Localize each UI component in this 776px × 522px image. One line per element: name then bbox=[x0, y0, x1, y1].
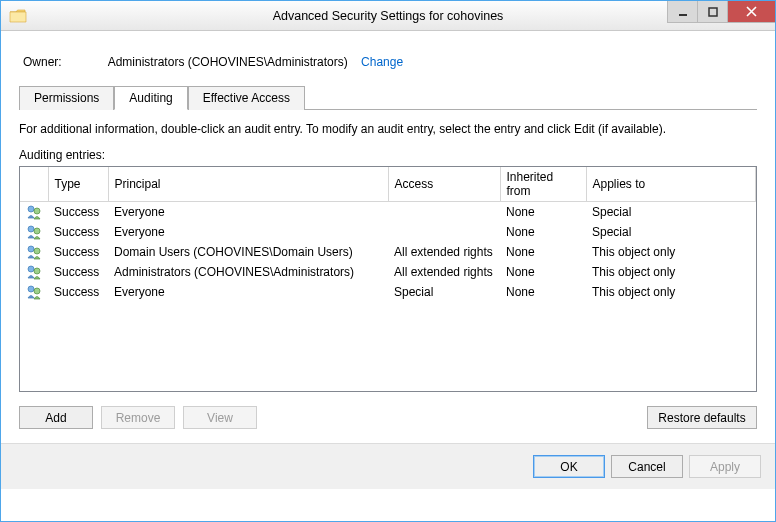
cell-access: Special bbox=[388, 282, 500, 302]
svg-rect-1 bbox=[709, 8, 717, 16]
titlebar: Advanced Security Settings for cohovines bbox=[1, 1, 775, 31]
cell-inherited: None bbox=[500, 262, 586, 282]
window-buttons bbox=[667, 1, 775, 23]
entries-label: Auditing entries: bbox=[19, 148, 757, 162]
table-row[interactable]: SuccessEveryoneSpecialNoneThis object on… bbox=[20, 282, 756, 302]
cell-applies: Special bbox=[586, 222, 756, 242]
cell-inherited: None bbox=[500, 202, 586, 223]
cell-access: All extended rights bbox=[388, 242, 500, 262]
cell-principal: Everyone bbox=[108, 222, 388, 242]
svg-point-3 bbox=[34, 208, 40, 214]
users-icon bbox=[26, 204, 42, 220]
svg-point-11 bbox=[34, 288, 40, 294]
svg-point-7 bbox=[34, 248, 40, 254]
cell-access bbox=[388, 222, 500, 242]
info-text: For additional information, double-click… bbox=[19, 122, 757, 136]
cell-principal: Administrators (COHOVINES\Administrators… bbox=[108, 262, 388, 282]
remove-button: Remove bbox=[101, 406, 175, 429]
cell-type: Success bbox=[48, 222, 108, 242]
users-icon bbox=[26, 244, 42, 260]
svg-point-2 bbox=[28, 206, 34, 212]
table-row[interactable]: SuccessAdministrators (COHOVINES\Adminis… bbox=[20, 262, 756, 282]
users-icon bbox=[26, 264, 42, 280]
cell-principal: Domain Users (COHOVINES\Domain Users) bbox=[108, 242, 388, 262]
auditing-entries-grid[interactable]: Type Principal Access Inherited from App… bbox=[19, 166, 757, 392]
folder-icon bbox=[9, 9, 27, 23]
dialog-footer: OK Cancel Apply bbox=[1, 443, 775, 489]
svg-point-5 bbox=[34, 228, 40, 234]
svg-point-6 bbox=[28, 246, 34, 252]
cell-principal: Everyone bbox=[108, 202, 388, 223]
cell-inherited: None bbox=[500, 242, 586, 262]
cell-principal: Everyone bbox=[108, 282, 388, 302]
minimize-button[interactable] bbox=[667, 1, 697, 23]
col-type-header[interactable]: Type bbox=[48, 167, 108, 202]
view-button: View bbox=[183, 406, 257, 429]
tab-auditing[interactable]: Auditing bbox=[114, 86, 187, 110]
cell-applies: This object only bbox=[586, 242, 756, 262]
col-applies-header[interactable]: Applies to bbox=[586, 167, 756, 202]
cell-type: Success bbox=[48, 242, 108, 262]
cell-type: Success bbox=[48, 282, 108, 302]
restore-defaults-button[interactable]: Restore defaults bbox=[647, 406, 757, 429]
owner-change-link[interactable]: Change bbox=[361, 55, 403, 69]
maximize-button[interactable] bbox=[697, 1, 727, 23]
cell-inherited: None bbox=[500, 222, 586, 242]
col-inherited-header[interactable]: Inherited from bbox=[500, 167, 586, 202]
cell-applies: Special bbox=[586, 202, 756, 223]
users-icon bbox=[26, 284, 42, 300]
col-icon-header[interactable] bbox=[20, 167, 48, 202]
owner-value: Administrators (COHOVINES\Administrators… bbox=[108, 55, 348, 69]
cell-applies: This object only bbox=[586, 262, 756, 282]
table-row[interactable]: SuccessEveryoneNoneSpecial bbox=[20, 202, 756, 223]
col-access-header[interactable]: Access bbox=[388, 167, 500, 202]
apply-button: Apply bbox=[689, 455, 761, 478]
cell-applies: This object only bbox=[586, 282, 756, 302]
svg-point-9 bbox=[34, 268, 40, 274]
cell-access: All extended rights bbox=[388, 262, 500, 282]
header-row: Type Principal Access Inherited from App… bbox=[20, 167, 756, 202]
svg-point-4 bbox=[28, 226, 34, 232]
svg-rect-0 bbox=[679, 14, 687, 16]
cell-access bbox=[388, 202, 500, 223]
close-button[interactable] bbox=[727, 1, 775, 23]
svg-point-10 bbox=[28, 286, 34, 292]
table-row[interactable]: SuccessDomain Users (COHOVINES\Domain Us… bbox=[20, 242, 756, 262]
svg-point-8 bbox=[28, 266, 34, 272]
tab-effective-access[interactable]: Effective Access bbox=[188, 86, 305, 110]
owner-label: Owner: bbox=[23, 55, 62, 69]
tab-strip: Permissions Auditing Effective Access bbox=[19, 85, 757, 110]
cell-type: Success bbox=[48, 262, 108, 282]
table-row[interactable]: SuccessEveryoneNoneSpecial bbox=[20, 222, 756, 242]
cell-inherited: None bbox=[500, 282, 586, 302]
tab-permissions[interactable]: Permissions bbox=[19, 86, 114, 110]
window-title: Advanced Security Settings for cohovines bbox=[1, 9, 775, 23]
cell-type: Success bbox=[48, 202, 108, 223]
ok-button[interactable]: OK bbox=[533, 455, 605, 478]
users-icon bbox=[26, 224, 42, 240]
add-button[interactable]: Add bbox=[19, 406, 93, 429]
cancel-button[interactable]: Cancel bbox=[611, 455, 683, 478]
col-principal-header[interactable]: Principal bbox=[108, 167, 388, 202]
